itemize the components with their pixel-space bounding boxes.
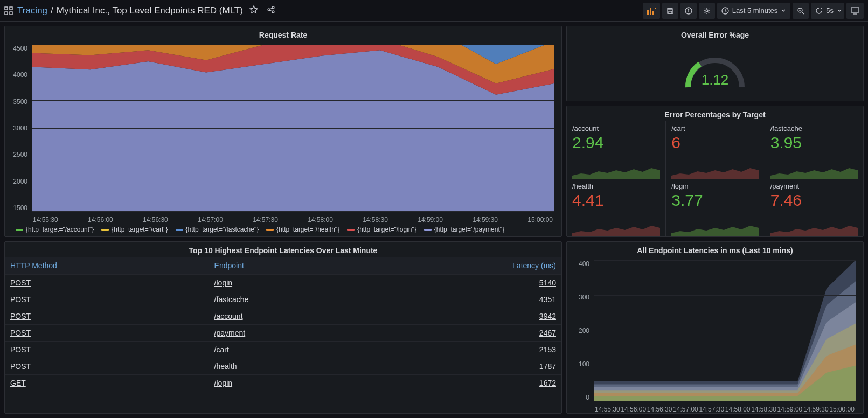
breadcrumb-title: Mythical Inc., Top Level Endpoints RED (…: [57, 5, 243, 16]
star-button[interactable]: [247, 3, 260, 18]
dashboard-grid-icon[interactable]: [4, 6, 13, 15]
chevron-down-icon: [837, 8, 842, 13]
table-row[interactable]: POST/payment2467: [5, 325, 561, 342]
error-cell[interactable]: /health4.41: [567, 179, 665, 236]
table-row[interactable]: POST/cart2153: [5, 342, 561, 358]
table-row[interactable]: POST/account3942: [5, 308, 561, 325]
svg-line-7: [270, 8, 272, 9]
legend-item[interactable]: {http_target="/fastcache"}: [176, 226, 259, 233]
svg-point-17: [688, 9, 689, 9]
plot-area[interactable]: [32, 45, 554, 212]
panel-title: Top 10 Highest Endpoint Latencies Over L…: [5, 242, 561, 257]
chevron-down-icon: [781, 8, 786, 13]
breadcrumb-root[interactable]: Tracing: [17, 5, 47, 16]
table-header[interactable]: Latency (ms): [369, 257, 561, 275]
x-axis: 14:55:3014:56:0014:56:3014:57:0014:57:30…: [594, 405, 856, 413]
panel-overall-error[interactable]: Overall Error %age 1.12: [566, 26, 864, 101]
legend-item[interactable]: {http_target="/payment"}: [424, 226, 504, 233]
svg-point-6: [272, 11, 274, 13]
breadcrumb: Tracing / Mythical Inc., Top Level Endpo…: [17, 5, 243, 16]
top-toolbar: Tracing / Mythical Inc., Top Level Endpo…: [0, 0, 868, 22]
table-row[interactable]: POST/health1787: [5, 358, 561, 375]
y-axis: 4003002001000: [567, 260, 592, 401]
svg-point-4: [268, 9, 270, 11]
svg-point-18: [706, 10, 708, 12]
error-cell[interactable]: /fastcache3.95: [765, 121, 863, 179]
panel-error-targets[interactable]: Error Percentages by Target /account2.94…: [566, 106, 864, 237]
breadcrumb-sep: /: [51, 5, 53, 16]
time-range-label: Last 5 minutes: [732, 6, 778, 15]
share-button[interactable]: [265, 3, 277, 18]
svg-rect-10: [650, 8, 651, 15]
info-button[interactable]: [680, 3, 697, 19]
table-header[interactable]: Endpoint: [209, 257, 369, 275]
save-button[interactable]: [662, 3, 678, 19]
svg-rect-1: [10, 7, 12, 10]
svg-point-5: [272, 6, 274, 9]
legend-item[interactable]: {http_target="/account"}: [16, 226, 94, 233]
panel-all-latencies[interactable]: All Endpoint Latencies in ms (Last 10 mi…: [566, 241, 864, 414]
error-cell[interactable]: /cart6: [665, 121, 764, 179]
settings-button[interactable]: [699, 3, 715, 19]
svg-line-8: [270, 10, 272, 11]
table-row[interactable]: POST/fastcache4351: [5, 291, 561, 308]
table-row[interactable]: POST/login5140: [5, 275, 561, 291]
svg-rect-11: [652, 11, 654, 15]
svg-rect-2: [5, 12, 8, 15]
panel-title: Request Rate: [5, 26, 561, 41]
tv-mode-button[interactable]: [846, 3, 864, 19]
chart-area[interactable]: 4003002001000 14:55:3014:56:0014:56:3014…: [567, 257, 863, 413]
panel-title: Error Percentages by Target: [567, 106, 863, 121]
y-axis: 4500400035003000250020001500: [5, 45, 30, 212]
legend-item[interactable]: {http_target="/health"}: [266, 226, 339, 233]
gauge: 1.12: [567, 41, 863, 101]
panel-title: All Endpoint Latencies in ms (Last 10 mi…: [567, 242, 863, 257]
svg-text:1.12: 1.12: [702, 72, 729, 88]
refresh-label: 5s: [826, 6, 834, 15]
add-panel-button[interactable]: +: [643, 3, 660, 19]
svg-rect-23: [851, 8, 859, 12]
svg-rect-3: [10, 12, 12, 15]
plot-area[interactable]: [594, 260, 856, 401]
error-cell[interactable]: /account2.94: [567, 121, 665, 179]
x-axis: 14:55:3014:56:0014:56:3014:57:0014:57:30…: [32, 215, 554, 224]
error-cell[interactable]: /payment7.46: [765, 179, 863, 236]
table-header[interactable]: HTTP Method: [5, 257, 209, 275]
chart-area[interactable]: 4500400035003000250020001500 14:55:3014:…: [5, 41, 561, 224]
refresh-button[interactable]: 5s: [811, 3, 844, 19]
zoom-out-button[interactable]: [793, 3, 809, 19]
panel-title: Overall Error %age: [567, 26, 863, 41]
svg-line-21: [802, 12, 804, 14]
legend: {http_target="/account"}{http_target="/c…: [5, 224, 561, 236]
svg-rect-13: [669, 8, 671, 10]
svg-rect-0: [5, 7, 8, 10]
error-cell[interactable]: /login3.77: [665, 179, 764, 236]
panel-request-rate[interactable]: Request Rate 450040003500300025002000150…: [4, 26, 562, 237]
time-range-button[interactable]: Last 5 minutes: [717, 3, 791, 19]
legend-item[interactable]: {http_target="/cart"}: [101, 226, 168, 233]
svg-rect-9: [647, 10, 649, 15]
legend-item[interactable]: {http_target="/login"}: [347, 226, 416, 233]
svg-rect-14: [669, 11, 672, 13]
panel-top10-latencies[interactable]: Top 10 Highest Endpoint Latencies Over L…: [4, 241, 562, 414]
latency-table: HTTP MethodEndpointLatency (ms) POST/log…: [5, 257, 561, 391]
svg-text:+: +: [655, 7, 656, 11]
table-row[interactable]: GET/login1672: [5, 375, 561, 392]
